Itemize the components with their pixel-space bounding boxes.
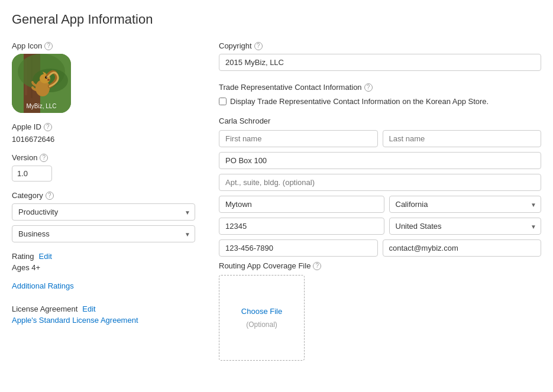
routing-help-icon[interactable]: ? (313, 262, 321, 270)
optional-label: (Optional) (246, 320, 277, 329)
svg-point-9 (46, 77, 47, 77)
app-icon-help-icon[interactable]: ? (44, 42, 53, 50)
address2-input[interactable] (219, 174, 541, 191)
category-section: Category ? Productivity Business Educati… (12, 191, 195, 242)
copyright-help-icon[interactable]: ? (254, 42, 263, 50)
version-help-icon[interactable]: ? (40, 154, 48, 162)
category-secondary-select[interactable]: Business Productivity Education Entertai… (12, 225, 195, 242)
country-select[interactable]: United States Canada United Kingdom Aust… (389, 218, 542, 235)
phone-input[interactable] (219, 239, 378, 257)
trade-checkbox-label: Display Trade Representative Contact Inf… (230, 96, 489, 107)
version-input[interactable] (12, 166, 52, 182)
address1-input[interactable] (219, 152, 541, 169)
city-input[interactable] (219, 196, 384, 213)
category-secondary-wrapper: Business Productivity Education Entertai… (12, 225, 195, 242)
routing-title: Routing App Coverage File ? (219, 261, 541, 270)
rating-edit-link[interactable]: Edit (39, 252, 52, 261)
zip-country-row: United States Canada United Kingdom Aust… (219, 218, 541, 235)
left-column: App Icon ? (12, 41, 195, 325)
trade-checkbox-row: Display Trade Representative Contact Inf… (219, 96, 541, 107)
license-label-text: License Agreement (12, 304, 77, 313)
zip-input[interactable] (219, 218, 384, 235)
app-icon-overlay-label: MyBiz, LLC (12, 103, 71, 109)
rating-label-text: Rating (12, 252, 34, 261)
contact-name: Carla Schroder (219, 116, 541, 125)
app-icon-image: MyBiz, LLC (12, 54, 71, 113)
trade-title: Trade Representative Contact Information… (219, 83, 541, 92)
rating-value: Ages 4+ (12, 263, 195, 272)
rating-section: Rating Edit Ages 4+ (12, 252, 195, 272)
country-select-wrapper: United States Canada United Kingdom Aust… (389, 218, 542, 235)
apple-id-label-text: Apple ID ? (12, 122, 195, 131)
state-select[interactable]: California Alabama Alaska Arizona Arkans… (389, 196, 542, 213)
copyright-section: Copyright ? (219, 41, 541, 71)
routing-section: Routing App Coverage File ? Choose File … (219, 261, 541, 361)
license-label-row: License Agreement Edit (12, 304, 195, 313)
last-name-input[interactable] (383, 130, 542, 147)
apple-id-section: Apple ID ? 1016672646 (12, 122, 195, 144)
app-icon-section: App Icon ? (12, 41, 195, 113)
license-agreement-link[interactable]: Apple's Standard License Agreement (12, 316, 138, 325)
name-row (219, 130, 541, 147)
apple-id-help-icon[interactable]: ? (44, 123, 52, 131)
email-input[interactable] (383, 239, 542, 257)
additional-ratings-link[interactable]: Additional Ratings (12, 281, 195, 290)
trade-help-icon[interactable]: ? (364, 83, 373, 92)
category-label-text: Category ? (12, 191, 195, 200)
category-primary-select[interactable]: Productivity Business Education Entertai… (12, 203, 195, 221)
first-name-input[interactable] (219, 130, 378, 147)
state-select-wrapper: California Alabama Alaska Arizona Arkans… (389, 196, 542, 213)
version-section: Version ? (12, 153, 195, 182)
right-column: Copyright ? Trade Representative Contact… (219, 41, 541, 361)
city-state-row: California Alabama Alaska Arizona Arkans… (219, 196, 541, 213)
license-edit-link[interactable]: Edit (82, 304, 95, 313)
app-icon-label: App Icon ? (12, 41, 195, 50)
file-drop-area[interactable]: Choose File (Optional) (219, 275, 305, 361)
rating-label-row: Rating Edit (12, 252, 195, 261)
apple-id-value: 1016672646 (12, 135, 195, 144)
svg-point-10 (47, 79, 50, 81)
version-label-text: Version ? (12, 153, 195, 162)
category-help-icon[interactable]: ? (46, 192, 54, 200)
category-primary-wrapper: Productivity Business Education Entertai… (12, 203, 195, 221)
license-section: License Agreement Edit Apple's Standard … (12, 304, 195, 325)
phone-email-row (219, 239, 541, 257)
trade-section: Trade Representative Contact Information… (219, 83, 541, 107)
trade-checkbox[interactable] (219, 98, 227, 105)
copyright-label: Copyright ? (219, 41, 541, 50)
choose-file-button[interactable]: Choose File (241, 307, 282, 316)
page-title: General App Information (12, 12, 541, 27)
copyright-input[interactable] (219, 54, 541, 71)
